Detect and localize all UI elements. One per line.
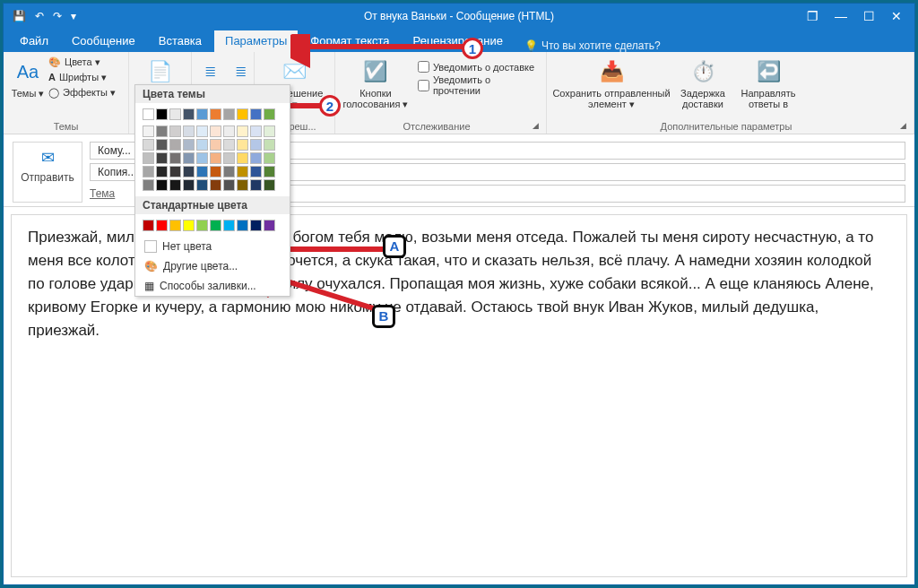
themes-button[interactable]: Aa Темы ▾ [9,56,47,99]
tab-file[interactable]: Файл [9,30,59,52]
theme-fonts-button[interactable]: A Шрифты ▾ [48,71,116,84]
color-swatch[interactable] [183,139,195,151]
color-swatch[interactable] [169,179,181,191]
color-swatch[interactable] [264,139,275,151]
send-button[interactable]: ✉ Отправить [13,142,82,203]
color-swatch[interactable] [183,152,195,164]
color-swatch[interactable] [169,152,181,164]
color-swatch[interactable] [223,166,235,177]
color-swatch[interactable] [196,152,208,164]
color-swatch[interactable] [196,179,208,191]
color-swatch[interactable] [183,108,195,120]
to-button[interactable]: Кому... [90,142,139,160]
color-swatch[interactable] [264,179,275,191]
tab-insert[interactable]: Вставка [148,30,212,52]
color-swatch[interactable] [210,139,221,151]
no-color-option[interactable]: Нет цвета [135,237,290,256]
tracking-dialog-launcher[interactable]: ◢ [533,121,541,130]
color-swatch[interactable] [143,125,154,137]
color-swatch[interactable] [183,125,195,137]
tab-format-text[interactable]: Формат текста [299,30,400,52]
color-swatch[interactable] [223,139,235,151]
color-swatch[interactable] [143,166,154,177]
more-options-dialog-launcher[interactable]: ◢ [900,121,908,130]
color-swatch[interactable] [237,108,248,120]
color-swatch[interactable] [264,152,275,164]
color-swatch[interactable] [264,108,275,120]
theme-color-swatches[interactable] [135,103,290,196]
read-receipt-checkbox[interactable]: Уведомить о прочтении [418,74,541,96]
color-swatch[interactable] [210,220,221,231]
qat-more-icon[interactable]: ▾ [71,10,76,22]
color-swatch[interactable] [223,179,235,191]
color-swatch[interactable] [169,108,181,120]
color-swatch[interactable] [237,139,248,151]
minimize-icon[interactable]: — [835,9,847,23]
color-swatch[interactable] [264,166,275,177]
color-swatch[interactable] [183,220,195,231]
delivery-receipt-checkbox[interactable]: Уведомить о доставке [418,61,541,73]
color-swatch[interactable] [210,125,221,137]
color-swatch[interactable] [196,220,208,231]
color-swatch[interactable] [223,152,235,164]
more-colors-option[interactable]: 🎨 Другие цвета... [135,256,290,276]
color-swatch[interactable] [196,125,208,137]
color-swatch[interactable] [169,139,181,151]
color-swatch[interactable] [223,125,235,137]
color-swatch[interactable] [237,152,248,164]
color-swatch[interactable] [196,166,208,177]
color-swatch[interactable] [210,179,221,191]
color-swatch[interactable] [237,166,248,177]
color-swatch[interactable] [250,179,262,191]
color-swatch[interactable] [156,108,168,120]
save-icon[interactable]: 💾 [13,10,26,22]
tell-me-field[interactable]: 💡 Что вы хотите сделать? [524,39,661,52]
color-swatch[interactable] [196,139,208,151]
color-swatch[interactable] [156,166,168,177]
ribbon-display-options-icon[interactable]: ❐ [807,9,818,23]
color-swatch[interactable] [237,125,248,137]
delay-delivery-button[interactable]: ⏱️ Задержка доставки [674,56,732,109]
color-swatch[interactable] [183,179,195,191]
color-swatch[interactable] [223,220,235,231]
color-swatch[interactable] [143,139,154,151]
color-swatch[interactable] [250,166,262,177]
color-swatch[interactable] [223,108,235,120]
color-swatch[interactable] [196,108,208,120]
maximize-icon[interactable]: ☐ [863,9,875,23]
color-swatch[interactable] [156,220,168,231]
color-swatch[interactable] [237,179,248,191]
color-swatch[interactable] [156,125,168,137]
theme-effects-button[interactable]: ◯ Эффекты ▾ [48,86,116,99]
standard-color-swatches[interactable] [135,214,290,237]
color-swatch[interactable] [156,152,168,164]
redo-icon[interactable]: ↷ [53,10,62,22]
color-swatch[interactable] [250,152,262,164]
fill-effects-option[interactable]: ▦ Способы заливки... [135,276,290,296]
direct-replies-button[interactable]: ↩️ Направлять ответы в [735,56,801,109]
theme-colors-button[interactable]: 🎨 Цвета ▾ [48,56,116,69]
color-swatch[interactable] [210,166,221,177]
tab-message[interactable]: Сообщение [61,30,146,52]
color-swatch[interactable] [264,220,275,231]
voting-buttons[interactable]: ☑️ Кнопкиголосования ▾ [341,56,411,109]
color-swatch[interactable] [210,108,221,120]
color-swatch[interactable] [250,139,262,151]
color-swatch[interactable] [143,179,154,191]
color-swatch[interactable] [169,220,181,231]
color-swatch[interactable] [250,125,262,137]
close-icon[interactable]: ✕ [891,9,902,23]
color-swatch[interactable] [143,152,154,164]
color-swatch[interactable] [250,108,262,120]
tab-options[interactable]: Параметры [214,30,298,52]
color-swatch[interactable] [169,166,181,177]
color-swatch[interactable] [210,152,221,164]
color-swatch[interactable] [143,108,154,120]
color-swatch[interactable] [143,220,154,231]
undo-icon[interactable]: ↶ [35,10,44,22]
color-swatch[interactable] [183,166,195,177]
color-swatch[interactable] [237,220,248,231]
save-sent-item-button[interactable]: 📥 Сохранить отправленный элемент ▾ [552,56,671,109]
color-swatch[interactable] [264,125,275,137]
tab-review[interactable]: Рецензирование [403,30,514,52]
